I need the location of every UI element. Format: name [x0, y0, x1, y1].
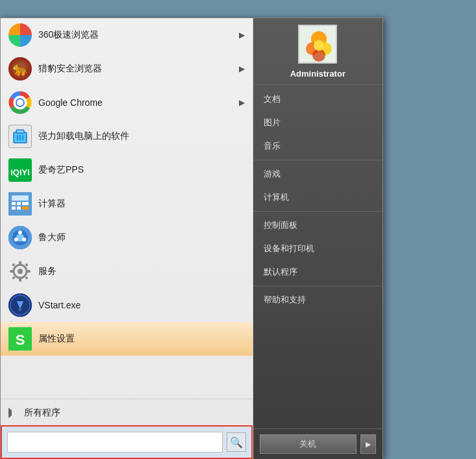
svg-point-26 [18, 269, 23, 274]
search-icon: 🔍 [230, 436, 243, 449]
svg-rect-30 [27, 270, 31, 273]
app-icon-attr: S [8, 327, 32, 351]
all-programs-label: 所有程序 [24, 407, 60, 419]
icon-service-shape [8, 260, 32, 283]
user-name: Administrator [290, 66, 345, 81]
right-panel-divider-divider2 [253, 211, 382, 212]
app-item-googlechrome[interactable]: Google Chrome▶ [1, 86, 253, 119]
app-label-iqiyi: 爱奇艺PPS [38, 164, 84, 176]
right-menu-item-helpandsupport[interactable]: 帮助和支持 [253, 288, 382, 312]
icon-attr-shape: S [8, 327, 32, 351]
right-panel: Administrator 文档图片音乐游戏计算机控制面板设备和打印机默认程序帮… [253, 18, 382, 459]
app-item-service[interactable]: 服务 [1, 254, 253, 288]
user-avatar [298, 25, 337, 64]
app-item-vstart[interactable]: V VStart.exe [1, 288, 253, 322]
app-label-uninstall: 强力卸载电脑上的软件 [38, 130, 129, 142]
app-icon-leopardbrowser: 🐆 [8, 57, 32, 81]
icon-uninstall-shape [8, 125, 32, 148]
app-icon-vstart: V [8, 293, 32, 317]
all-programs-icon [8, 408, 19, 418]
svg-rect-16 [12, 206, 16, 210]
app-item-leopardbrowser[interactable]: 🐆猎豹安全浏览器▶ [1, 52, 253, 86]
chrome-svg [8, 91, 32, 114]
app-label-leopardbrowser: 猎豹安全浏览器 [38, 63, 102, 75]
icon-vstart-shape: V [8, 293, 32, 317]
icon-leopard-shape: 🐆 [8, 57, 32, 81]
right-menu-item-controlpanel[interactable]: 控制面板 [253, 214, 382, 237]
shutdown-arrow-button[interactable]: ▶ [360, 434, 376, 454]
svg-rect-27 [19, 261, 21, 265]
right-panel-divider-divider1 [253, 160, 382, 160]
svg-point-45 [314, 40, 324, 51]
app-item-iqiyi[interactable]: iQIYI 爱奇艺PPS [1, 153, 253, 187]
svg-rect-28 [19, 278, 21, 282]
user-section: Administrator [253, 18, 382, 85]
left-panel: 360极速浏览器▶🐆猎豹安全浏览器▶ Google Chrome▶ 强力卸载电脑… [1, 18, 253, 459]
svg-rect-5 [16, 130, 24, 133]
svg-text:V: V [19, 308, 21, 312]
icon-iqiyi-shape: iQIYI [8, 158, 32, 182]
right-menu-items: 文档图片音乐游戏计算机控制面板设备和打印机默认程序帮助和支持 [253, 85, 382, 428]
app-icon-service [8, 260, 32, 283]
icon-360-shape [8, 23, 32, 47]
app-icon-360browser [8, 23, 32, 47]
svg-rect-15 [22, 202, 29, 205]
right-menu-item-music[interactable]: 音乐 [253, 134, 382, 158]
start-menu: 360极速浏览器▶🐆猎豹安全浏览器▶ Google Chrome▶ 强力卸载电脑… [0, 18, 383, 459]
app-label-service: 服务 [38, 266, 56, 277]
svg-text:S: S [16, 332, 25, 348]
svg-point-22 [18, 230, 22, 234]
app-arrow-googlechrome: ▶ [239, 98, 245, 107]
right-panel-divider-divider3 [253, 286, 382, 286]
right-menu-item-defaultprograms[interactable]: 默认程序 [253, 260, 382, 284]
app-icon-uninstall [8, 125, 32, 148]
svg-point-23 [22, 238, 26, 242]
app-item-luda[interactable]: 鲁大师 [1, 221, 253, 254]
app-item-calculator[interactable]: 计算器 [1, 187, 253, 221]
app-label-luda: 鲁大师 [38, 232, 66, 243]
app-item-uninstall[interactable]: 强力卸载电脑上的软件 [1, 119, 253, 153]
right-menu-item-devices[interactable]: 设备和打印机 [253, 237, 382, 260]
divider [1, 399, 253, 399]
apps-list: 360极速浏览器▶🐆猎豹安全浏览器▶ Google Chrome▶ 强力卸载电脑… [1, 18, 253, 397]
icon-calc-shape [8, 192, 32, 216]
app-icon-iqiyi: iQIYI [8, 158, 32, 182]
icon-luda-shape [8, 226, 32, 249]
app-label-calculator: 计算器 [38, 198, 66, 210]
svg-rect-17 [17, 206, 21, 210]
search-button[interactable]: 🔍 [227, 432, 246, 452]
search-bar: 🔍 [1, 425, 253, 459]
right-menu-item-documents[interactable]: 文档 [253, 88, 382, 111]
svg-rect-29 [10, 270, 14, 273]
app-label-360browser: 360极速浏览器 [38, 29, 99, 41]
search-input[interactable] [7, 432, 223, 453]
svg-text:iQIYI: iQIYI [10, 167, 30, 177]
svg-rect-13 [12, 202, 16, 205]
app-label-attr: 属性设置 [38, 333, 75, 345]
svg-point-24 [14, 238, 18, 242]
shutdown-button[interactable]: 关机 [260, 434, 357, 454]
svg-rect-14 [17, 202, 21, 205]
svg-rect-12 [12, 195, 29, 201]
app-label-vstart: VStart.exe [38, 300, 81, 310]
all-programs-row[interactable]: 所有程序 [1, 401, 253, 425]
right-menu-item-pictures[interactable]: 图片 [253, 111, 382, 134]
app-icon-luda [8, 226, 32, 249]
app-icon-googlechrome [8, 91, 32, 114]
app-arrow-360browser: ▶ [239, 31, 245, 40]
app-label-googlechrome: Google Chrome [38, 97, 103, 108]
svg-point-3 [17, 99, 23, 106]
app-item-360browser[interactable]: 360极速浏览器▶ [1, 18, 253, 52]
app-icon-calculator [8, 192, 32, 216]
app-arrow-leopardbrowser: ▶ [239, 64, 245, 73]
right-bottom-bar: 关机 ▶ [253, 428, 382, 459]
right-menu-item-computer[interactable]: 计算机 [253, 186, 382, 209]
avatar-image [299, 26, 337, 64]
right-menu-item-games[interactable]: 游戏 [253, 162, 382, 186]
app-item-attr[interactable]: S 属性设置 [1, 322, 253, 356]
svg-rect-18 [22, 206, 29, 210]
